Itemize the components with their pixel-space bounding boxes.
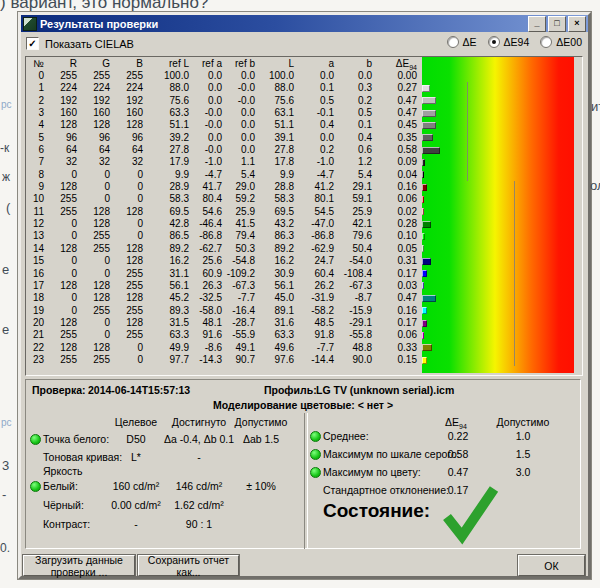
close-button[interactable]: × [568,16,586,32]
background-text-fragment: -к [0,141,9,155]
dialog-titlebar[interactable]: Результаты проверки _ □ × [21,15,588,32]
average-status-icon [310,431,321,442]
radio-delta-e00[interactable]: ΔE00 [540,36,582,48]
delta-e-bar [422,97,436,104]
background-text-fragment: ( [6,200,10,215]
delta-e-bar [422,270,427,277]
summary-divider [304,413,308,549]
allowed-column-header: Допустимо [497,416,550,428]
black-label: Чёрный: [43,499,84,511]
load-check-data-button[interactable]: Загрузить данные проверки ... [23,555,135,576]
max-gray-status-icon [310,449,321,460]
show-cielab-label: Показать CIELAB [45,38,134,50]
app-icon [23,17,37,31]
grayscale-tolerance-line [467,82,468,181]
status-check-icon [438,484,502,546]
radio-circle-icon[interactable] [540,36,552,48]
check-label: Проверка: [32,384,86,396]
background-text-fragment: 3 [2,458,9,473]
delta-e-bar [422,282,424,289]
dialog-title: Результаты проверки [40,18,158,30]
checkbox-check-icon[interactable]: ✓ [26,37,39,50]
minimize-button[interactable]: _ [528,16,546,32]
background-text-fragment: е [2,262,9,277]
delta-e-bar [422,147,440,154]
background-text-fragment: - [2,487,6,502]
delta-e-bar [422,295,436,302]
whitepoint-label: Точка белого: [43,433,109,445]
background-text-fragment: ж [2,170,10,184]
delta-e-bar [422,344,432,351]
radio-delta-e94[interactable]: ΔE94 [488,36,530,48]
delta-e-bar [422,110,436,117]
delta-e-bar [422,332,424,339]
status-label: Состояние: [323,500,430,522]
max-color-label: Максимум по цвету: [323,466,421,478]
save-report-button[interactable]: Сохранить отчет как... [138,555,239,576]
background-text-fragment: 0. [0,541,10,555]
delta-e-bar [422,221,431,228]
delta-e-bar [422,357,427,364]
radio-delta-e[interactable]: ΔE [447,36,477,48]
white-status-icon [30,481,41,492]
luminance-section-label: Яркость [43,465,83,477]
delta-e-bar [422,233,425,240]
color-tolerance-line [514,181,515,366]
delta-e-bar [422,196,424,203]
simulation-value: < нет > [358,399,393,411]
delta-e-bar [422,159,425,166]
background-text-fragment: ит [591,99,600,114]
delta-e-strip [422,57,574,373]
background-text-fragment: е [2,322,9,337]
background-text-fragment: рс [1,99,12,110]
delta-e-bar [422,171,424,178]
radio-circle-icon[interactable] [447,36,459,48]
ok-button[interactable]: ОК [518,555,585,576]
delta-e-bar [422,208,424,215]
tone-curve-label: Тоновая кривая: [43,451,122,463]
summary-panel: Проверка: 2014-06-14T15:57:13 Профиль: L… [25,379,581,549]
background-page: ) вариант, это нормально? Результаты про… [0,0,600,588]
max-color-status-icon [310,467,321,478]
contrast-label: Контраст: [43,518,90,530]
std-dev-label: Стандартное отклонение: [323,484,449,496]
delta-e-bar [422,122,436,129]
max-gray-label: Максимум по шкале серого: [323,448,460,460]
col-header-achieved: Достигнуто [172,416,226,428]
col-header-target: Целевое [115,416,157,428]
white-label: Белый: [43,480,78,492]
whitepoint-status-icon [30,434,41,445]
simulation-line: Моделирование цветовые: < нет > [26,399,580,411]
verification-results-dialog: Результаты проверки _ □ × ✓ Показать CIE… [18,12,591,579]
check-timestamp: 2014-06-14T15:57:13 [88,384,190,396]
delta-e-bar [422,134,433,141]
simulation-label: Моделирование цветовые: [213,399,355,411]
radio-circle-selected-icon[interactable] [488,36,500,48]
show-cielab-checkbox[interactable]: ✓ Показать CIELAB [26,37,134,50]
results-table: № R G B ref L ref a ref b L a b ΔE94 025… [25,56,583,376]
background-text-fragment: ол [590,178,600,193]
average-label: Среднее: [323,430,369,442]
delta-e-bar [422,320,427,327]
delta-e-bar [422,258,431,265]
col-header-allowed: Допустимо [235,416,288,428]
profile-value: LG TV (unknown serial).icm [316,384,454,396]
profile-label: Профиль: [264,384,317,396]
delta-e-bar [422,184,427,191]
delta-e-bar [422,307,427,314]
de-column-header: ΔE94 [445,416,467,430]
delta-e-radio-group: ΔE ΔE94 ΔE00 [447,36,582,48]
background-text-fragment: рс [1,417,12,428]
delta-e-column-header: ΔE94 [374,57,419,70]
maximize-button[interactable]: □ [548,16,566,32]
delta-e-bar [422,85,430,92]
delta-e-bar [422,245,424,252]
